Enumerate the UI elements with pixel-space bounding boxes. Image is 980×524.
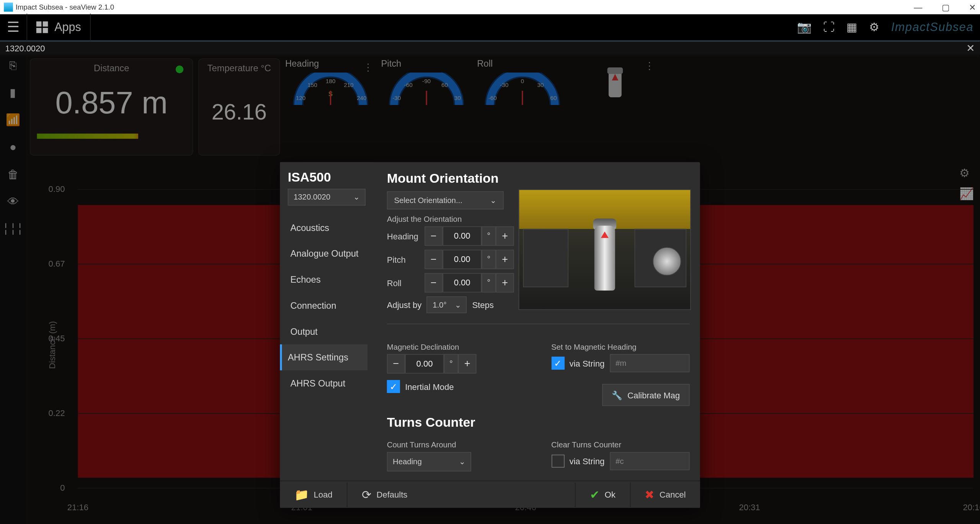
menu-button[interactable]: ☰ — [0, 14, 27, 41]
roll-plus-button[interactable]: + — [496, 273, 514, 293]
steps-label: Steps — [472, 300, 493, 309]
chevron-down-icon: ⌄ — [455, 300, 461, 309]
svg-text:0.45: 0.45 — [49, 334, 65, 343]
roll-title: Roll — [477, 58, 568, 69]
nav-item-output[interactable]: Output — [288, 318, 368, 344]
heading-stepper[interactable]: − 0.00 ° + — [425, 226, 514, 246]
calibrate-mag-button[interactable]: 🔧 Calibrate Mag — [602, 384, 689, 406]
nav-item-acoustics[interactable]: Acoustics — [288, 215, 368, 241]
device-select[interactable]: 1320.0020 ⌄ — [288, 189, 366, 206]
via-string-label: via String — [569, 358, 604, 368]
rail-connect-icon[interactable]: ⎘ — [6, 58, 20, 72]
roll-value[interactable]: 0.00 — [443, 273, 482, 293]
clear-via-string-label: via String — [569, 456, 604, 466]
magdecl-value[interactable]: 0.00 — [405, 354, 444, 373]
roll-card: Roll 0 -30 30 -60 60 — [477, 58, 568, 105]
dialog-nav: ISA500 1320.0020 ⌄ AcousticsAnalogue Out… — [280, 162, 374, 480]
heading-card: Heading ⋮ 180 150 210 120 240 S — [285, 58, 376, 105]
defaults-button[interactable]: ⟳Defaults — [354, 485, 415, 504]
svg-text:-60: -60 — [488, 95, 497, 101]
pitch-value[interactable]: 0.00 — [443, 250, 482, 269]
apps-label: Apps — [54, 20, 81, 34]
cancel-button[interactable]: ✖Cancel — [637, 485, 694, 504]
rail-record-icon[interactable]: ● — [6, 140, 20, 154]
magdecl-plus-button[interactable]: + — [458, 354, 476, 373]
breadcrumb[interactable]: 1320.0020 — [5, 43, 45, 53]
pitch-stepper[interactable]: − 0.00 ° + — [425, 250, 514, 269]
nav-item-analogue-output[interactable]: Analogue Output — [288, 241, 368, 267]
wrench-icon: 🔧 — [612, 390, 622, 400]
window-minimize[interactable]: — — [914, 2, 922, 12]
svg-text:120: 120 — [296, 95, 305, 101]
device-select-value: 1320.0020 — [294, 193, 330, 202]
refresh-icon: ⟳ — [362, 487, 371, 501]
orientation-select[interactable]: Select Orientation... ⌄ — [387, 191, 504, 209]
apps-button[interactable]: Apps — [27, 14, 91, 41]
dialog-title: ISA500 — [288, 170, 368, 185]
ok-button[interactable]: ✔Ok — [582, 485, 623, 504]
adjust-by-value: 1.0° — [433, 300, 446, 309]
pitch-plus-button[interactable]: + — [496, 250, 514, 269]
roll-stepper[interactable]: − 0.00 ° + — [425, 273, 514, 293]
window-maximize[interactable]: ▢ — [942, 2, 949, 12]
heading-minus-button[interactable]: − — [425, 226, 443, 246]
rail-wifi-icon[interactable]: 📶 — [6, 113, 20, 127]
rail-eye-icon[interactable]: 👁 — [6, 195, 20, 209]
orientation-viewer[interactable] — [518, 189, 691, 310]
svg-text:60: 60 — [441, 82, 448, 88]
window-title: Impact Subsea - seaView 2.1.0 — [16, 3, 114, 11]
clear-via-string-checkbox[interactable] — [551, 455, 564, 468]
svg-text:0.90: 0.90 — [49, 184, 65, 194]
folder-icon: 📁 — [294, 487, 309, 501]
nav-item-echoes[interactable]: Echoes — [288, 267, 368, 293]
roll-label: Roll — [387, 278, 420, 287]
layout-icon[interactable]: ▦ — [846, 20, 858, 34]
camera-icon[interactable]: 📷 — [797, 20, 811, 34]
rail-sensor-icon[interactable]: ▮ — [6, 85, 20, 100]
nav-item-connection[interactable]: Connection — [288, 293, 368, 319]
orientation-select-value: Select Orientation... — [394, 196, 462, 205]
heading-label: Heading — [387, 231, 420, 241]
status-dot-icon — [176, 66, 183, 73]
rail-audio-icon[interactable]: ╎╎╎ — [6, 222, 20, 236]
svg-text:0: 0 — [60, 483, 65, 493]
heading-plus-button[interactable]: + — [496, 226, 514, 246]
chevron-down-icon: ⌄ — [353, 193, 360, 202]
nav-item-ahrs-settings[interactable]: AHRS Settings — [280, 344, 368, 370]
clear-via-string-input[interactable]: #c — [610, 452, 690, 470]
magdecl-minus-button[interactable]: − — [387, 354, 405, 373]
count-turns-value: Heading — [393, 457, 422, 467]
card-menu-icon[interactable]: ⋮ — [644, 60, 655, 72]
svg-text:21:16: 21:16 — [67, 503, 88, 512]
svg-rect-20 — [607, 67, 623, 74]
window-close[interactable]: ✕ — [969, 2, 976, 12]
chevron-down-icon: ⌄ — [490, 196, 497, 205]
card-menu-icon[interactable]: ⋮ — [363, 61, 373, 73]
adjust-by-select[interactable]: 1.0° ⌄ — [427, 296, 467, 313]
svg-text:0.67: 0.67 — [49, 259, 65, 269]
via-string-checkbox[interactable]: ✓ — [551, 357, 564, 370]
chevron-down-icon: ⌄ — [459, 457, 466, 467]
tab-close-icon[interactable]: ✕ — [966, 42, 975, 54]
roll-minus-button[interactable]: − — [425, 273, 443, 293]
inertial-mode-checkbox[interactable]: ✓ — [387, 380, 400, 393]
load-button[interactable]: 📁Load — [286, 485, 340, 504]
svg-text:240: 240 — [357, 95, 366, 101]
heading-value[interactable]: 0.00 — [443, 226, 482, 246]
svg-text:30: 30 — [454, 95, 461, 101]
dialog-footer: 📁Load ⟳Defaults ✔Ok ✖Cancel — [280, 481, 700, 508]
temperature-value: 26.16 — [206, 99, 273, 124]
count-turns-select[interactable]: Heading ⌄ — [387, 452, 471, 472]
mag-declination-stepper[interactable]: − 0.00 ° + — [387, 354, 525, 373]
window-titlebar: Impact Subsea - seaView 2.1.0 — ▢ ✕ — [0, 0, 980, 14]
pitch-minus-button[interactable]: − — [425, 250, 443, 269]
nav-item-ahrs-output[interactable]: AHRS Output — [288, 370, 368, 396]
section-turns-title: Turns Counter — [387, 415, 690, 430]
fullscreen-icon[interactable]: ⛶ — [823, 20, 835, 34]
settings-icon[interactable]: ⚙ — [869, 20, 879, 34]
via-string-input[interactable]: #m — [610, 354, 690, 372]
heading-title: Heading — [285, 58, 376, 69]
section-mount-title: Mount Orientation — [387, 171, 690, 186]
pitch-title: Pitch — [381, 58, 472, 69]
rail-trash-icon[interactable]: 🗑 — [6, 167, 20, 182]
